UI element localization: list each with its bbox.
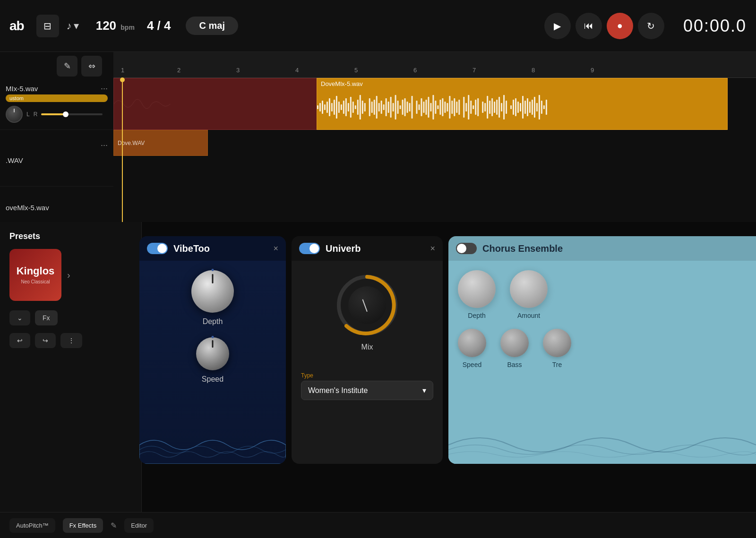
playhead[interactable] bbox=[122, 78, 123, 222]
fx-effects-button[interactable]: Fx Effects bbox=[63, 518, 103, 533]
track-1-volume-slider[interactable] bbox=[41, 113, 103, 115]
vibetoo-body: Depth Speed bbox=[139, 261, 286, 464]
vibetoo-speed-knob[interactable] bbox=[196, 337, 229, 370]
univerb-toggle[interactable] bbox=[299, 243, 320, 254]
svg-rect-63 bbox=[472, 105, 474, 109]
chorus-speed-label: Speed bbox=[463, 361, 481, 368]
vibetoo-name: VibeToo bbox=[173, 243, 273, 254]
toggle-panel-button[interactable]: ⊟ bbox=[36, 15, 59, 37]
key-selector[interactable]: C maj bbox=[186, 17, 238, 35]
svg-rect-54 bbox=[449, 96, 450, 119]
history-back-button[interactable]: ↩ bbox=[9, 333, 30, 348]
midi-menu-button[interactable]: ♪ ▾ bbox=[67, 20, 79, 32]
type-dropdown-arrow-icon: ▾ bbox=[422, 386, 426, 395]
time-display: 00:00.0 bbox=[683, 16, 747, 36]
svg-rect-65 bbox=[477, 98, 479, 116]
vibetoo-speed-label: Speed bbox=[202, 375, 223, 384]
editor-button[interactable]: Editor bbox=[124, 518, 154, 533]
ruler-mark-1: 1 bbox=[121, 67, 124, 74]
svg-rect-10 bbox=[341, 104, 342, 110]
univerb-close-button[interactable]: × bbox=[430, 244, 435, 254]
chevron-down-icon: ⌄ bbox=[17, 314, 23, 322]
svg-rect-47 bbox=[432, 95, 434, 120]
midi-icon: ♪ bbox=[67, 20, 72, 32]
univerb-type-select[interactable]: Women's Institute ▾ bbox=[301, 381, 433, 400]
vibetoo-depth-knob[interactable] bbox=[191, 270, 234, 313]
dropdown-arrow-icon: ▾ bbox=[74, 20, 79, 32]
skip-back-button[interactable]: ⏮ bbox=[576, 13, 602, 39]
svg-rect-68 bbox=[487, 96, 488, 119]
svg-rect-64 bbox=[475, 100, 476, 115]
chorus-speed-knob[interactable] bbox=[458, 329, 486, 357]
svg-rect-29 bbox=[388, 102, 389, 113]
svg-rect-80 bbox=[517, 102, 519, 113]
chorus-body: Depth Amount Speed Bass bbox=[448, 261, 756, 464]
chorus-depth-knob[interactable] bbox=[458, 270, 496, 308]
plugin-univerb: Univerb × Mix Type bbox=[292, 236, 443, 464]
preset-card-kinglos[interactable]: Kinglos Neo Classical bbox=[9, 249, 61, 301]
svg-rect-66 bbox=[482, 102, 483, 113]
track-1-region-red[interactable] bbox=[113, 78, 350, 130]
loop-button[interactable]: ↻ bbox=[638, 13, 664, 39]
autopitch-button[interactable]: AutoPitch™ bbox=[9, 518, 55, 533]
svg-rect-6 bbox=[331, 103, 333, 111]
lr-label-left: L bbox=[26, 111, 30, 118]
bpm-display[interactable]: 120 bpm bbox=[96, 18, 135, 33]
timeline-ruler: 1 2 3 4 5 6 7 8 9 bbox=[113, 52, 756, 78]
chorus-treble-knob[interactable] bbox=[543, 329, 571, 357]
vibetoo-toggle[interactable] bbox=[147, 243, 168, 254]
svg-rect-9 bbox=[338, 102, 340, 113]
vibetoo-close-button[interactable]: × bbox=[273, 244, 278, 254]
history-forward-button[interactable]: ↪ bbox=[35, 333, 56, 348]
svg-rect-22 bbox=[371, 102, 373, 113]
univerb-knob-indicator bbox=[362, 299, 367, 312]
svg-rect-88 bbox=[536, 103, 538, 111]
svg-rect-52 bbox=[444, 102, 446, 113]
collapse-button[interactable]: ⌄ bbox=[9, 310, 30, 325]
bpm-unit: bpm bbox=[120, 24, 135, 31]
track-1-pan-knob[interactable] bbox=[6, 106, 23, 123]
track-2-menu[interactable]: ··· bbox=[101, 140, 108, 150]
svg-rect-69 bbox=[489, 101, 490, 114]
record-button[interactable]: ● bbox=[607, 13, 633, 39]
svg-rect-67 bbox=[484, 103, 486, 111]
chorus-name: Chorus Ensemble bbox=[482, 243, 748, 254]
ruler-mark-6: 6 bbox=[413, 67, 417, 74]
vibetoo-header: VibeToo × bbox=[139, 236, 286, 261]
chorus-amount-knob[interactable] bbox=[510, 270, 548, 308]
track-2-region-brown[interactable]: Dove.WAV bbox=[113, 130, 208, 156]
plugins-area: VibeToo × Depth Speed bbox=[139, 236, 756, 510]
pencil-mode-icon: ✎ bbox=[64, 61, 71, 71]
svg-rect-0 bbox=[317, 105, 318, 109]
chorus-bass-knob[interactable] bbox=[500, 329, 529, 357]
track-1-header: MIx-5.wav ··· ustom L R bbox=[0, 78, 113, 130]
svg-rect-8 bbox=[336, 96, 337, 119]
svg-rect-82 bbox=[522, 96, 524, 119]
link-mode-button[interactable]: ⇔ bbox=[81, 56, 102, 77]
svg-rect-1 bbox=[319, 103, 321, 111]
play-button[interactable]: ▶ bbox=[544, 13, 571, 39]
track-3-name: oveMlx-5.wav bbox=[6, 204, 108, 212]
fx-button[interactable]: Fx bbox=[35, 310, 58, 325]
chorus-header: Chorus Ensemble bbox=[448, 236, 756, 261]
univerb-mix-knob-container[interactable] bbox=[337, 275, 397, 335]
more-options-button[interactable]: ⋮ bbox=[60, 333, 82, 348]
time-signature[interactable]: 4 / 4 bbox=[147, 18, 171, 33]
svg-rect-7 bbox=[334, 100, 335, 115]
svg-rect-28 bbox=[386, 98, 387, 116]
track-1-region-gold[interactable]: DoveMlx-5.wav bbox=[317, 78, 728, 130]
svg-rect-51 bbox=[442, 98, 443, 116]
svg-rect-78 bbox=[513, 100, 514, 115]
pencil-mode-button[interactable]: ✎ bbox=[57, 56, 77, 77]
track-1-badge: ustom bbox=[6, 94, 108, 102]
preset-brand: Kinglos bbox=[17, 265, 55, 277]
autopitch-label: AutoPitch™ bbox=[16, 522, 49, 529]
chorus-amount-group: Amount bbox=[510, 270, 548, 319]
svg-rect-87 bbox=[534, 97, 535, 118]
univerb-mix-label: Mix bbox=[361, 343, 373, 351]
chorus-toggle[interactable] bbox=[456, 243, 477, 254]
presets-next-button[interactable]: › bbox=[67, 270, 70, 281]
track-1-menu[interactable]: ··· bbox=[101, 84, 108, 94]
svg-rect-33 bbox=[397, 101, 399, 114]
svg-rect-81 bbox=[520, 103, 521, 111]
